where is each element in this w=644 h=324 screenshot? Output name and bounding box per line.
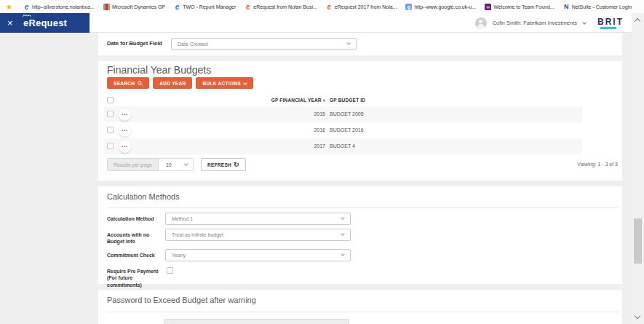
ie-icon: e xyxy=(174,4,180,10)
divider xyxy=(107,208,619,208)
favorite-google[interactable]: g http--www.google.co.uk-u... xyxy=(402,1,479,12)
favorite-label: http--www.google.co.uk-u... xyxy=(414,4,476,9)
favorite-dynamics-gp[interactable]: Microsoft Dynamics GP xyxy=(100,1,168,12)
commitment-check-select[interactable]: Yearly xyxy=(165,249,351,261)
section-title: Calculation Methods xyxy=(107,192,180,201)
erequest-logo[interactable]: eRequest xyxy=(23,17,67,28)
password-input[interactable] xyxy=(164,319,349,324)
search-button[interactable]: SEARCH xyxy=(107,77,149,89)
team-foundation-icon: ∞ xyxy=(485,4,491,10)
refresh-button[interactable]: REFRESH ↻ xyxy=(201,158,246,171)
calculation-methods-section: Calculation Methods Calculation Method M… xyxy=(98,186,622,284)
logo-text: eRequest xyxy=(23,17,67,28)
chevron-down-icon xyxy=(341,216,345,220)
favorite-label: Microsoft Dynamics GP xyxy=(112,4,165,9)
table-header-row: GP FINANCIAL YEAR ▾ GP BUDGET ID xyxy=(104,95,582,106)
budget-field-label: Date for Budget Field xyxy=(107,40,164,47)
page-size-select[interactable]: 10 xyxy=(159,158,194,171)
row-actions-icon[interactable]: ••• xyxy=(119,108,131,121)
select-all-checkbox[interactable] xyxy=(107,97,114,103)
user-menu[interactable]: Colin Smith: Fabrikam Investments xyxy=(493,20,577,26)
viewing-status: Viewing: 1 - 3 of 3 xyxy=(577,162,618,167)
favorite-silverstone[interactable]: e http--silverstone.nolanbus... xyxy=(20,1,98,12)
row-actions-icon[interactable]: ••• xyxy=(119,125,131,137)
chevron-down-icon[interactable] xyxy=(582,20,587,25)
accounts-no-budget-label: Accounts with no Budget Info xyxy=(107,229,165,245)
page-size-value: 10 xyxy=(166,162,172,167)
favorite-erequest-2017[interactable]: e eRequest 2017 from Nola... xyxy=(323,1,400,12)
favorite-erequest[interactable]: e eRequest from Nolan Busi... xyxy=(242,1,320,12)
vertical-scrollbar[interactable] xyxy=(632,13,644,324)
favorite-star[interactable]: ★ xyxy=(3,1,17,12)
star-icon: ★ xyxy=(6,4,12,10)
close-menu-icon[interactable]: × xyxy=(7,17,23,28)
form-row: Commitment Check Yearly xyxy=(107,249,616,261)
ie-icon: e xyxy=(23,4,30,10)
column-label: GP FINANCIAL YEAR xyxy=(271,98,322,103)
column-header-gp-financial-year[interactable]: GP FINANCIAL YEAR ▾ xyxy=(271,98,325,103)
scroll-down-icon[interactable] xyxy=(635,313,640,319)
main-content: Date for Budget Field Date Created Finan… xyxy=(0,33,632,324)
cell-gp-financial-year: 2017 xyxy=(314,143,325,149)
budget-field-section: Date for Budget Field Date Created xyxy=(98,33,622,55)
calculation-method-label: Calculation Method xyxy=(107,213,165,222)
user-avatar[interactable] xyxy=(475,17,487,29)
select-value: Yearly xyxy=(172,253,186,258)
add-year-button-label: ADD YEAR xyxy=(159,81,186,86)
calculation-method-select[interactable]: Method 1 xyxy=(165,213,351,225)
divider xyxy=(107,312,619,312)
favorite-label: eRequest 2017 from Nola... xyxy=(335,4,397,9)
browser-favorites-bar: ★ e http--silverstone.nolanbus... Micros… xyxy=(0,0,644,13)
chevron-down-icon xyxy=(341,232,345,236)
chevron-down-icon xyxy=(243,81,247,85)
require-pre-payment-checkbox[interactable] xyxy=(167,267,173,274)
bulk-actions-button-label: BULK ACTIONS xyxy=(202,81,240,86)
calculation-form: Calculation Method Method 1 Accounts wit… xyxy=(107,213,616,292)
select-value: Treat as infinite budget xyxy=(172,232,223,237)
erequest-icon: e xyxy=(245,4,251,10)
budget-field-value: Date Created xyxy=(178,42,208,47)
chevron-down-icon xyxy=(341,252,345,256)
select-value: Method 1 xyxy=(172,216,193,221)
accounts-no-budget-select[interactable]: Treat as infinite budget xyxy=(165,229,351,241)
scroll-up-icon[interactable] xyxy=(635,18,640,24)
row-actions-icon[interactable]: ••• xyxy=(119,141,131,153)
header-right: Colin Smith: Fabrikam Investments BRIT xyxy=(475,13,625,33)
require-pre-payment-label: Require Pre Payment (For future commitme… xyxy=(107,265,165,288)
pagination-controls: Results per page 10 REFRESH ↻ xyxy=(107,158,246,171)
favorite-team-foundation[interactable]: ∞ Welcome to Team Found... xyxy=(482,1,557,12)
budget-field-select[interactable]: Date Created xyxy=(171,38,357,50)
form-row: Require Pre Payment (For future commitme… xyxy=(107,265,616,288)
brit-logo: BRIT xyxy=(596,17,625,30)
chevron-down-icon xyxy=(346,41,351,45)
bulk-actions-button[interactable]: BULK ACTIONS xyxy=(196,77,253,89)
refresh-icon: ↻ xyxy=(234,162,239,168)
refresh-button-label: REFRESH xyxy=(207,162,231,167)
row-checkbox[interactable] xyxy=(107,143,114,149)
row-checkbox[interactable] xyxy=(107,111,114,117)
header-brand-block: × eRequest xyxy=(0,13,90,33)
favorite-netsuite[interactable]: N NetSuite - Customer Login xyxy=(560,1,635,12)
table-actions: SEARCH ADD YEAR BULK ACTIONS xyxy=(107,77,253,89)
google-icon: g xyxy=(405,4,412,10)
column-header-gp-budget-id[interactable]: GP BUDGET ID xyxy=(330,98,365,103)
favorite-label: http--silverstone.nolanbus... xyxy=(32,4,95,9)
cell-gp-financial-year: 2015 xyxy=(314,111,325,116)
scrollbar-thumb[interactable] xyxy=(634,218,642,264)
add-year-button[interactable]: ADD YEAR xyxy=(153,77,192,89)
section-title: Financial Year Budgets xyxy=(107,64,211,76)
dynamics-gp-icon xyxy=(103,4,110,10)
app-header: × eRequest Colin Smith: Fabrikam Investm… xyxy=(0,13,644,33)
cell-gp-budget-id: BUDGET 4 xyxy=(330,143,355,149)
chevron-down-icon xyxy=(184,162,188,166)
search-icon xyxy=(138,81,143,86)
favorite-report-manager[interactable]: e TWO - Report Manager xyxy=(171,1,239,12)
erequest-icon: e xyxy=(326,4,333,10)
commitment-check-label: Commitment Check xyxy=(107,249,165,258)
results-per-page-label: Results per page xyxy=(107,158,159,171)
logo-crown-icon xyxy=(23,14,31,17)
favorite-label: eRequest from Nolan Busi... xyxy=(253,4,317,9)
cell-gp-budget-id: BUDGET 2016 xyxy=(330,127,364,133)
sort-desc-icon: ▾ xyxy=(323,98,325,103)
row-checkbox[interactable] xyxy=(107,127,114,133)
